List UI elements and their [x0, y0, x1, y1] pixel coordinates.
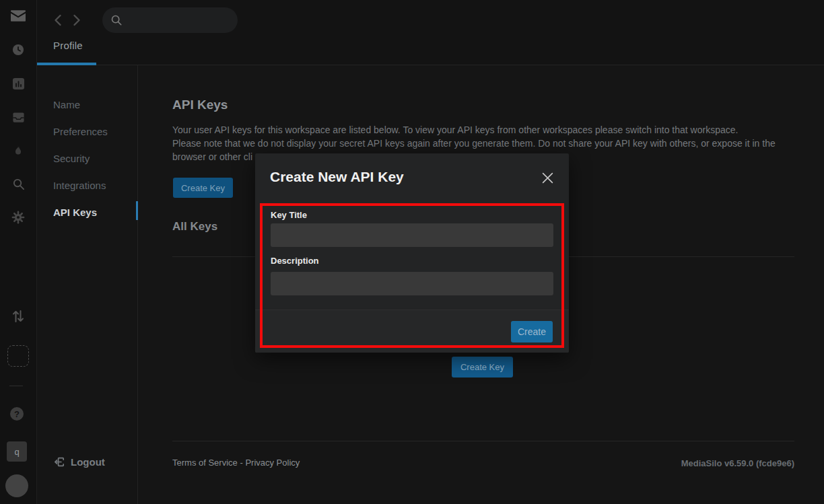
topbar: Profile — [37, 0, 824, 65]
search-input[interactable] — [128, 14, 229, 26]
user-avatar[interactable] — [5, 474, 28, 497]
description-line-2: Please note that we do not display your … — [172, 138, 776, 149]
rail-transfer-button[interactable] — [0, 306, 36, 326]
profile-sidebar: Name Preferences Security Integrations A… — [37, 65, 138, 504]
sidebar-item-api-keys[interactable]: API Keys — [53, 207, 97, 218]
page-title: API Keys — [172, 98, 228, 112]
description-line-1: Your user API keys for this workspace ar… — [172, 124, 738, 135]
app-window: ? q Profile Name Prefe — [0, 0, 824, 504]
app-version: MediaSilo v6.59.0 (fcde9e6) — [681, 458, 794, 468]
footer-separator: - — [238, 458, 246, 468]
footer-divider — [172, 441, 794, 441]
sort-arrows-icon — [11, 308, 25, 324]
sidebar-item-name[interactable]: Name — [53, 99, 80, 110]
shortcut-q-button[interactable]: q — [7, 441, 27, 462]
inbox-icon — [12, 111, 25, 124]
nav-back-button[interactable] — [51, 13, 65, 28]
nav-forward-button[interactable] — [70, 13, 83, 28]
rail-settings-button[interactable] — [0, 207, 36, 228]
rail-drop-target[interactable] — [7, 345, 29, 367]
left-rail: ? q — [0, 0, 37, 504]
logout-button[interactable]: Logout — [53, 456, 105, 468]
mail-icon — [11, 10, 26, 22]
help-button[interactable]: ? — [10, 407, 24, 421]
modal-title: Create New API Key — [270, 169, 404, 185]
active-item-indicator — [136, 201, 138, 220]
search-bar — [102, 7, 238, 33]
all-keys-create-key-button[interactable]: Create Key — [452, 357, 513, 377]
create-key-button[interactable]: Create Key — [173, 178, 233, 198]
rail-activity-button[interactable] — [0, 141, 36, 161]
rail-analytics-button[interactable] — [0, 73, 36, 94]
description-input[interactable] — [271, 272, 553, 295]
question-mark-icon: ? — [14, 409, 20, 419]
search-icon — [12, 178, 25, 190]
search-icon — [110, 14, 123, 26]
modal-close-button[interactable] — [541, 171, 554, 184]
sidebar-item-preferences[interactable]: Preferences — [53, 126, 108, 137]
privacy-policy-link[interactable]: Privacy Policy — [245, 458, 300, 468]
description-label: Description — [271, 256, 319, 266]
bar-chart-icon — [12, 77, 25, 90]
key-title-label: Key Title — [271, 210, 307, 220]
modal-footer: Create — [255, 310, 569, 353]
logout-label: Logout — [71, 456, 105, 468]
chevron-left-icon — [54, 14, 62, 26]
flame-icon — [12, 144, 24, 157]
logout-icon — [53, 456, 66, 468]
modal-create-button[interactable]: Create — [511, 321, 553, 343]
rail-search-button[interactable] — [0, 174, 36, 194]
shortcut-key-label: q — [14, 447, 19, 457]
create-api-key-modal: Create New API Key Key Title Description… — [255, 153, 569, 353]
all-keys-title: All Keys — [172, 220, 217, 233]
terms-of-service-link[interactable]: Terms of Service — [172, 458, 238, 468]
close-icon — [542, 172, 553, 184]
rail-mail-button[interactable] — [0, 5, 36, 26]
rail-recent-button[interactable] — [0, 40, 36, 60]
clock-icon — [12, 44, 24, 56]
gear-icon — [11, 211, 25, 224]
tab-profile[interactable]: Profile — [53, 40, 83, 51]
chevron-right-icon — [73, 14, 81, 26]
rail-divider — [9, 386, 23, 386]
sidebar-item-integrations[interactable]: Integrations — [53, 180, 106, 191]
sidebar-item-security[interactable]: Security — [53, 153, 90, 164]
description-line-3: browser or other cli — [172, 151, 252, 162]
rail-projects-button[interactable] — [0, 107, 36, 127]
footer-links: Terms of Service - Privacy Policy — [172, 458, 300, 468]
key-title-input[interactable] — [271, 223, 553, 247]
